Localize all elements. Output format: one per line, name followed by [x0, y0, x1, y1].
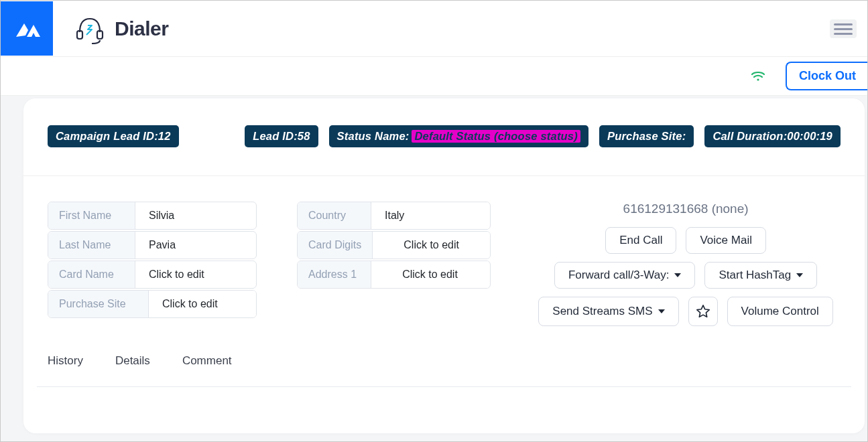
- chevron-down-icon: [658, 309, 665, 313]
- pill-label: Lead ID:: [253, 130, 298, 143]
- chevron-down-icon: [796, 273, 803, 277]
- field-value[interactable]: Click to edit: [149, 291, 256, 317]
- brand: Dialer: [73, 12, 168, 46]
- field-label: Country: [298, 202, 371, 229]
- favorite-button[interactable]: [688, 297, 718, 326]
- pill-value: 58: [298, 130, 310, 143]
- headset-icon: [73, 12, 107, 46]
- start-hashtag-dropdown[interactable]: Start HashTag: [704, 262, 817, 289]
- button-label: Forward call/3-Way:: [568, 269, 670, 282]
- field-label: Last Name: [48, 232, 135, 259]
- field-value[interactable]: Click to edit: [371, 261, 489, 288]
- field-address-1: Address 1 Click to edit: [297, 261, 491, 289]
- pill-value: 00:00:19: [787, 130, 832, 143]
- send-sms-dropdown[interactable]: Send Streams SMS: [538, 297, 678, 326]
- brand-title: Dialer: [115, 17, 168, 40]
- pill-value: 12: [158, 130, 171, 143]
- page-background: Campaign Lead ID: 12 Lead ID: 58 Status …: [1, 96, 867, 442]
- sub-bar: Clock Out: [1, 57, 867, 96]
- field-value[interactable]: Pavia: [135, 232, 243, 259]
- lead-id-pill: Lead ID: 58: [245, 125, 318, 147]
- field-value[interactable]: Silvia: [135, 202, 243, 229]
- field-value[interactable]: Click to edit: [373, 232, 490, 259]
- field-purchase-site: Purchase Site Click to edit: [48, 290, 257, 318]
- app-logo[interactable]: [1, 1, 53, 56]
- fields-left: First Name Silvia Last Name Pavia Card N…: [48, 202, 257, 326]
- field-label: Card Digits: [298, 232, 373, 259]
- hamburger-icon: [834, 23, 853, 25]
- field-label: Address 1: [298, 261, 371, 288]
- field-label: Card Name: [48, 261, 135, 288]
- divider: [37, 386, 851, 387]
- purchase-site-pill: Purchase Site:: [599, 125, 694, 147]
- pill-label: Call Duration:: [712, 130, 787, 143]
- tab-comment[interactable]: Comment: [182, 354, 232, 368]
- field-card-digits: Card Digits Click to edit: [297, 231, 491, 259]
- chevron-down-icon: [674, 273, 681, 277]
- top-bar: Dialer: [1, 1, 867, 57]
- fields-middle: Country Italy Card Digits Click to edit …: [297, 202, 491, 326]
- menu-toggle[interactable]: [830, 19, 857, 38]
- logo-icon: [12, 17, 42, 41]
- volume-control-button[interactable]: Volume Control: [727, 297, 833, 326]
- field-label: First Name: [48, 202, 135, 229]
- button-label: Start HashTag: [719, 269, 791, 282]
- end-call-button[interactable]: End Call: [605, 227, 676, 254]
- svg-point-2: [757, 78, 759, 80]
- forward-call-dropdown[interactable]: Forward call/3-Way:: [554, 262, 696, 289]
- phone-number: 616129131668: [623, 202, 708, 216]
- field-label: Purchase Site: [48, 291, 149, 317]
- content-row: First Name Silvia Last Name Pavia Card N…: [23, 175, 865, 326]
- main-card: Campaign Lead ID: 12 Lead ID: 58 Status …: [23, 98, 865, 433]
- star-icon: [696, 304, 710, 319]
- status-name-value: Default Status (choose status): [412, 130, 580, 143]
- tab-history[interactable]: History: [48, 354, 83, 368]
- field-value[interactable]: Italy: [371, 202, 489, 229]
- field-last-name: Last Name Pavia: [48, 231, 257, 259]
- button-label: Send Streams SMS: [552, 305, 652, 318]
- clock-out-button[interactable]: Clock Out: [786, 62, 868, 90]
- call-controls: 616129131668 (none) End Call Voice Mail …: [531, 202, 841, 326]
- campaign-lead-id-pill: Campaign Lead ID: 12: [48, 125, 179, 147]
- phone-number-line: 616129131668 (none): [623, 202, 749, 216]
- field-first-name: First Name Silvia: [48, 202, 257, 230]
- voice-mail-button[interactable]: Voice Mail: [686, 227, 765, 254]
- pill-label: Campaign Lead ID:: [56, 130, 158, 143]
- pill-label: Purchase Site:: [607, 130, 686, 143]
- phone-suffix: (none): [712, 202, 749, 216]
- field-country: Country Italy: [297, 202, 491, 230]
- call-duration-pill: Call Duration: 00:00:19: [704, 125, 841, 147]
- wifi-icon: [751, 70, 765, 83]
- status-pills-row: Campaign Lead ID: 12 Lead ID: 58 Status …: [23, 98, 865, 147]
- status-name-pill[interactable]: Status Name: Default Status (choose stat…: [329, 125, 588, 147]
- tabs-row: History Details Comment: [23, 326, 865, 374]
- tab-details[interactable]: Details: [115, 354, 150, 368]
- pill-label: Status Name:: [337, 130, 410, 143]
- field-card-name: Card Name Click to edit: [48, 261, 257, 289]
- field-value[interactable]: Click to edit: [135, 261, 243, 288]
